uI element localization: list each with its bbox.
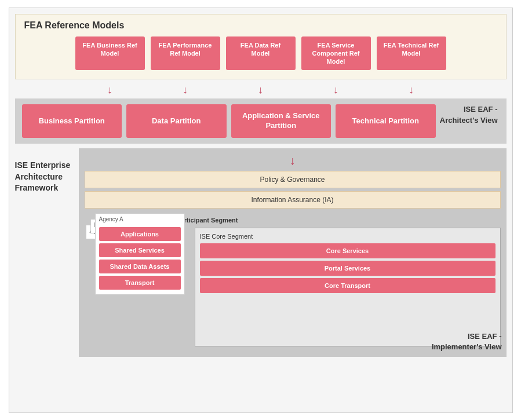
fea-title: FEA Reference Models (24, 20, 497, 31)
arrow-performance: ↓ (151, 84, 220, 96)
main-container: FEA Reference Models FEA Business Ref Mo… (9, 8, 513, 413)
participant-area: Agency/Center ... Fusion Center X Agency… (85, 213, 501, 346)
center-arrow: ↓ (85, 154, 501, 167)
card-inner: Applications Shared Services Shared Data… (99, 225, 181, 290)
ise-core-title: ISE Core Segment (200, 233, 496, 240)
fea-box-performance: FEA Performance Ref Model (151, 36, 220, 71)
fea-box-business: FEA Business Ref Model (75, 36, 145, 71)
arrow-service: ↓ (301, 84, 371, 96)
card-agency-a: Agency A Applications Shared Services Sh… (95, 213, 185, 295)
applications-box: Applications (99, 227, 181, 241)
core-transport-box: Core Transport (200, 278, 496, 293)
stacked-cards: Agency/Center ... Fusion Center X Agency… (85, 213, 186, 346)
fea-box-service: FEA Service Component Ref Model (301, 36, 371, 71)
arrow-business: ↓ (75, 84, 145, 96)
shared-data-assets-box: Shared Data Assets (99, 260, 181, 273)
ise-framework-label: ISE Enterprise Architecture Framework (15, 148, 79, 357)
arrow-data: ↓ (226, 84, 296, 96)
architect-view-label: ISE EAF -Architect's View (440, 104, 498, 125)
partition-section: Business Partition Data Partition Applic… (15, 98, 507, 144)
app-service-partition: Application & Service Partition (231, 104, 331, 138)
transport-box: Transport (99, 276, 181, 290)
fea-boxes: FEA Business Ref Model FEA Performance R… (24, 36, 497, 71)
core-services-box: Core Services (200, 243, 496, 258)
ise-core-segment: ISE Core Segment Core Services Portal Se… (195, 228, 501, 346)
fea-box-technical: FEA Technical Ref Model (377, 36, 446, 71)
fea-box-data: FEA Data Ref Model (226, 36, 296, 71)
ise-framework-content: ↓ Policy & Governance Information Assura… (79, 148, 507, 357)
arrow-technical: ↓ (377, 84, 446, 96)
shared-services-box: Shared Services (99, 243, 181, 257)
business-partition: Business Partition (22, 104, 122, 138)
fea-section: FEA Reference Models FEA Business Ref Mo… (15, 14, 507, 80)
bottom-area: ISE Enterprise Architecture Framework ↓ … (15, 148, 507, 357)
technical-partition: Technical Partition (336, 104, 436, 138)
portal-services-box: Portal Services (200, 261, 496, 276)
fea-arrows-row: ↓ ↓ ↓ ↓ ↓ (15, 84, 507, 96)
policy-governance-box: Policy & Governance (85, 171, 501, 188)
implementer-view-label: ISE EAF -Implementer's View (432, 331, 502, 352)
information-assurance-box: Information Assurance (IA) (85, 191, 501, 209)
card-stack: Agency/Center ... Fusion Center X Agency… (85, 213, 186, 346)
data-partition: Data Partition (126, 104, 227, 138)
